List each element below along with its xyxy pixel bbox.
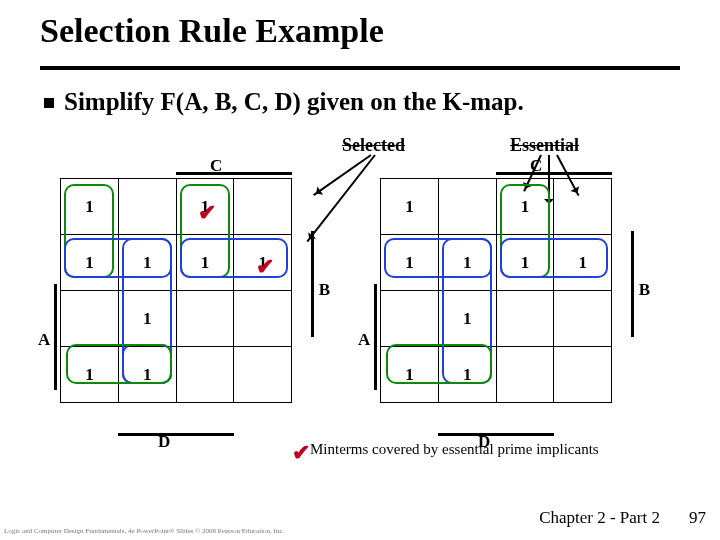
cell <box>496 291 554 347</box>
cell <box>176 347 234 403</box>
cell <box>496 347 554 403</box>
tick-icon: ✔ <box>256 254 274 280</box>
cell <box>381 291 439 347</box>
bullet-icon <box>44 98 54 108</box>
table-row: 1 <box>61 291 292 347</box>
cell <box>554 179 612 235</box>
chapter-label: Chapter 2 - Part 2 <box>539 508 660 528</box>
label-b: B <box>319 280 330 300</box>
caption: Minterms covered by essential prime impl… <box>310 441 599 458</box>
bracket-b <box>311 231 314 337</box>
label-b: B <box>639 280 650 300</box>
selected-label: Selected <box>342 135 405 156</box>
bracket-b <box>631 231 634 337</box>
kmap-left: C A B D 11 1111 1 11 ✔ ✔ <box>60 160 308 430</box>
cell <box>438 179 496 235</box>
cell <box>176 291 234 347</box>
implicant <box>500 238 608 278</box>
table-row: 11 <box>381 179 612 235</box>
bracket-c <box>176 172 292 175</box>
cell <box>61 291 119 347</box>
label-a: A <box>358 330 370 350</box>
cell <box>234 347 292 403</box>
tick-icon: ✔ <box>198 200 216 226</box>
copyright: Logic and Computer Design Fundamentals, … <box>4 528 284 536</box>
bullet-text: Simplify F(A, B, C, D) given on the K-ma… <box>64 88 524 115</box>
page-number: 97 <box>689 508 706 528</box>
bracket-d <box>118 433 234 436</box>
label-a: A <box>38 330 50 350</box>
implicant <box>386 344 492 384</box>
cell <box>234 179 292 235</box>
kmap-right: C A B D 11 1111 1 11 <box>380 160 628 430</box>
cell: 1 <box>381 179 439 235</box>
bracket-d <box>438 433 554 436</box>
tick-icon: ✔ <box>292 440 310 466</box>
implicant <box>66 344 172 384</box>
bracket-a <box>54 284 57 390</box>
bullet: Simplify F(A, B, C, D) given on the K-ma… <box>44 88 684 116</box>
cell <box>118 179 176 235</box>
table-row: 1 <box>381 291 612 347</box>
slide: Selection Rule Example Simplify F(A, B, … <box>0 0 720 540</box>
cell <box>554 291 612 347</box>
kmap-grid: 11 1111 1 11 <box>380 178 612 390</box>
page-title: Selection Rule Example <box>40 12 384 50</box>
cell <box>554 347 612 403</box>
kmap-grid: 11 1111 1 11 ✔ ✔ <box>60 178 292 390</box>
arrow-selected-1 <box>313 154 371 196</box>
cell <box>234 291 292 347</box>
essential-label: Essential <box>510 135 579 156</box>
bracket-a <box>374 284 377 390</box>
title-rule <box>40 66 680 70</box>
bracket-c <box>496 172 612 175</box>
